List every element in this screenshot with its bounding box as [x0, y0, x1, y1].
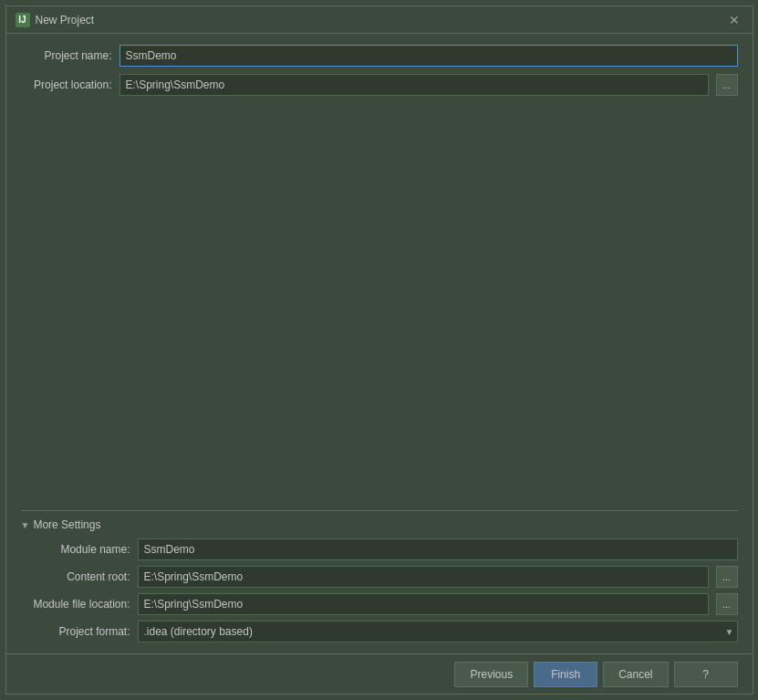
project-format-label: Project format:: [21, 625, 130, 638]
new-project-dialog: IJ New Project ✕ Project name: Project l…: [5, 5, 753, 695]
dialog-title: New Project: [36, 14, 95, 26]
project-format-select-wrapper: .idea (directory based) Eclipse (.classp…: [138, 621, 738, 643]
project-name-label: Project name:: [21, 49, 112, 62]
more-settings-section: ▼ More Settings Module name: Content roo…: [21, 510, 738, 643]
dialog-footer: Previous Finish Cancel ?: [6, 653, 753, 694]
finish-button[interactable]: Finish: [534, 662, 597, 687]
content-root-input[interactable]: [138, 566, 709, 588]
project-location-row: Project location: ...: [21, 74, 738, 96]
content-root-label: Content root:: [21, 570, 130, 583]
module-file-location-input[interactable]: [138, 593, 709, 615]
project-location-input[interactable]: [119, 74, 709, 96]
main-content-area: [21, 103, 738, 503]
project-location-label: Project location:: [21, 78, 112, 91]
more-settings-content: Module name: Content root: ... Module fi…: [21, 538, 738, 643]
more-settings-label: More Settings: [33, 518, 100, 531]
module-name-label: Module name:: [21, 543, 130, 556]
help-button[interactable]: ?: [674, 662, 738, 687]
cancel-button[interactable]: Cancel: [603, 662, 668, 687]
more-settings-header[interactable]: ▼ More Settings: [21, 518, 738, 531]
project-name-input[interactable]: [119, 45, 738, 67]
previous-button[interactable]: Previous: [454, 662, 528, 687]
module-file-location-browse-button[interactable]: ...: [716, 593, 738, 615]
project-name-row: Project name:: [21, 45, 738, 67]
module-name-input[interactable]: [138, 538, 738, 560]
content-root-row: Content root: ...: [21, 566, 738, 588]
collapse-icon: ▼: [21, 520, 30, 530]
close-button[interactable]: ✕: [725, 11, 743, 29]
module-name-row: Module name:: [21, 538, 738, 560]
project-location-browse-button[interactable]: ...: [716, 74, 738, 96]
project-format-select[interactable]: .idea (directory based) Eclipse (.classp…: [138, 621, 738, 643]
title-bar: IJ New Project ✕: [6, 6, 753, 34]
content-root-browse-button[interactable]: ...: [716, 566, 738, 588]
app-icon: IJ: [16, 13, 30, 27]
module-file-location-label: Module file location:: [21, 598, 130, 611]
dialog-body: Project name: Project location: ... ▼ Mo…: [6, 34, 753, 653]
project-format-row: Project format: .idea (directory based) …: [21, 621, 738, 643]
module-file-location-row: Module file location: ...: [21, 593, 738, 615]
title-bar-left: IJ New Project: [16, 13, 95, 27]
